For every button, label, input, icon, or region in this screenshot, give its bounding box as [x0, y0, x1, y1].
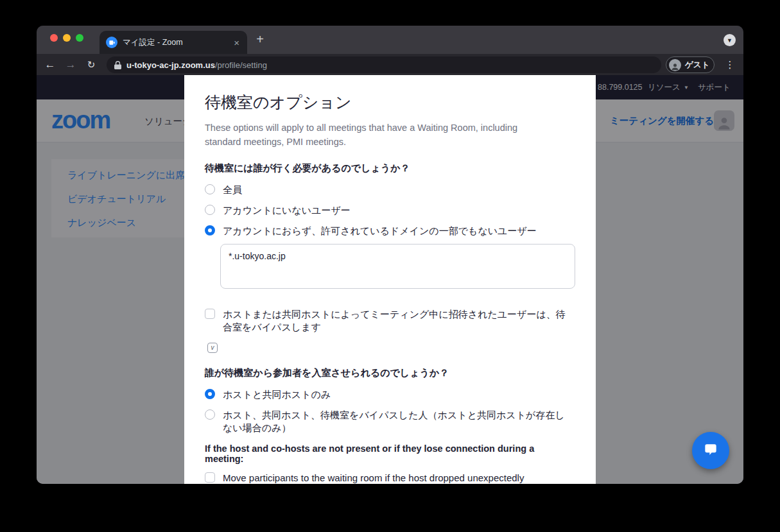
radio-label: アカウントにおらず、許可されているドメインの一部でもないユーザー: [223, 225, 537, 237]
waiting-room-options-modal: 待機室のオプション These options will apply to al…: [184, 75, 596, 484]
checkbox-icon[interactable]: [205, 309, 215, 319]
checkbox-icon[interactable]: [205, 472, 215, 483]
tab-title: マイ設定 - Zoom: [123, 37, 232, 48]
url-text: u-tokyo-ac-jp.zoom.us/profile/setting: [126, 60, 267, 70]
chat-bubble-icon: [702, 442, 719, 459]
address-bar[interactable]: u-tokyo-ac-jp.zoom.us/profile/setting: [107, 56, 661, 73]
url-host: u-tokyo-ac-jp.zoom.us: [126, 60, 215, 70]
forward-icon[interactable]: →: [63, 54, 78, 75]
browser-window: マイ設定 - Zoom × + ▼ ← → ↻ u-tokyo-ac-jp.zo…: [37, 26, 743, 484]
tab-strip: マイ設定 - Zoom × + ▼: [37, 26, 743, 54]
guest-label: ゲスト: [685, 60, 709, 71]
modal-description: These options will apply to all meetings…: [205, 121, 551, 150]
allowed-domains-field-wrap: *.u-tokyo.ac.jp: [220, 244, 575, 291]
radio-option-host-cohosts-only[interactable]: ホストと共同ホストのみ: [205, 388, 575, 401]
desktop-background: マイ設定 - Zoom × + ▼ ← → ↻ u-tokyo-ac-jp.zo…: [0, 0, 780, 532]
browser-toolbar: ← → ↻ u-tokyo-ac-jp.zoom.us/profile/sett…: [37, 54, 743, 75]
radio-icon[interactable]: [205, 184, 215, 194]
maximize-window-button[interactable]: [76, 34, 83, 42]
checkbox-option-bypass-invited-users[interactable]: ホストまたは共同ホストによってミーティング中に招待されたユーザーは、待合室をバイ…: [205, 308, 575, 334]
radio-option-host-cohosts-bypassers[interactable]: ホスト、共同ホスト、待機室をバイパスした人（ホストと共同ホストが存在しない場合の…: [205, 409, 575, 434]
url-path: /profile/setting: [215, 60, 267, 70]
radio-selected-icon[interactable]: [205, 225, 215, 236]
browser-profile-button[interactable]: ゲスト: [666, 56, 715, 73]
checkbox-option-move-participants[interactable]: Move participants to the waiting room if…: [205, 472, 575, 484]
v-glyph-icon: v: [207, 343, 218, 353]
radio-label: アカウントにいないユーザー: [223, 204, 351, 217]
radio-option-users-not-in-domains[interactable]: アカウントにおらず、許可されているドメインの一部でもないユーザー: [205, 225, 575, 237]
browser-menu-icon[interactable]: ⋮: [724, 54, 736, 75]
lock-icon: [114, 61, 121, 69]
modal-title: 待機室のオプション: [205, 92, 575, 113]
radio-selected-icon[interactable]: [205, 389, 215, 399]
back-icon[interactable]: ←: [42, 54, 58, 75]
minimize-window-button[interactable]: [63, 34, 71, 42]
radio-icon[interactable]: [205, 409, 215, 420]
question-who-goes-to-waiting-room: 待機室には誰が行く必要があるのでしょうか？: [205, 162, 575, 175]
radio-label: 全員: [223, 184, 242, 196]
allowed-domains-input[interactable]: *.u-tokyo.ac.jp: [220, 244, 575, 289]
radio-option-everyone[interactable]: 全員: [205, 184, 575, 196]
zoom-favicon-icon: [106, 37, 117, 48]
host-absent-heading: If the host and co-hosts are not present…: [205, 443, 575, 464]
checkbox-label: Move participants to the waiting room if…: [223, 472, 573, 484]
checkbox-label: ホストまたは共同ホストによってミーティング中に招待されたユーザーは、待合室をバイ…: [223, 308, 573, 334]
question-who-admits-participants: 誰が待機室から参加者を入室させられるのでしょうか？: [205, 367, 575, 379]
chat-fab-button[interactable]: [692, 432, 729, 469]
radio-icon[interactable]: [205, 205, 215, 215]
tab-close-icon[interactable]: ×: [232, 37, 241, 48]
page-content: 88.799.0125 リソース▼ サポート zoom ソリューシ ミーティング…: [37, 75, 743, 484]
radio-label: ホストと共同ホストのみ: [223, 388, 331, 401]
browser-tab[interactable]: マイ設定 - Zoom ×: [100, 31, 247, 54]
radio-option-users-not-in-account[interactable]: アカウントにいないユーザー: [205, 204, 575, 217]
reload-icon[interactable]: ↻: [83, 54, 99, 75]
tab-search-button[interactable]: ▼: [724, 34, 736, 46]
guest-avatar-icon: [669, 59, 681, 71]
radio-label: ホスト、共同ホスト、待機室をバイパスした人（ホストと共同ホストが存在しない場合の…: [223, 409, 573, 434]
close-window-button[interactable]: [50, 34, 58, 42]
new-tab-button[interactable]: +: [252, 31, 268, 47]
